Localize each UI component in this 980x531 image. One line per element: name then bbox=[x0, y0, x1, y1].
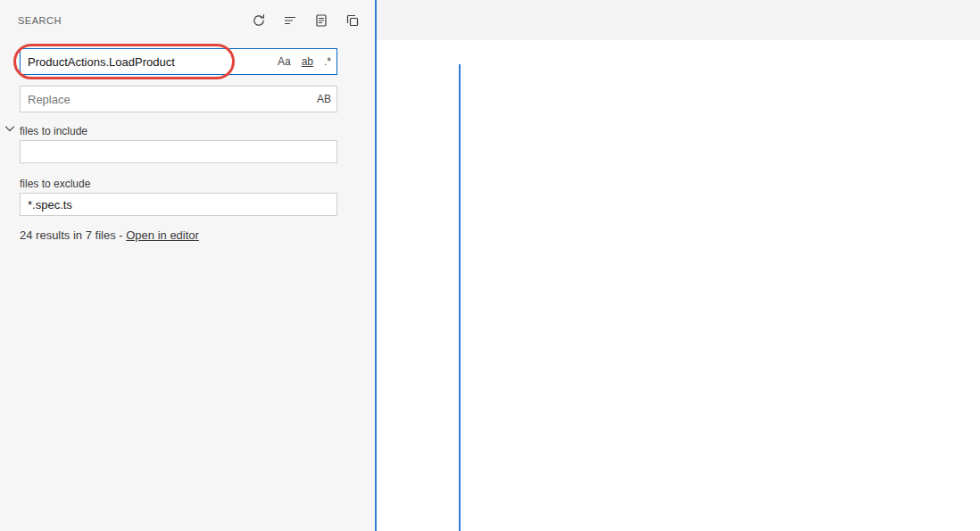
code-editor[interactable] bbox=[377, 64, 980, 531]
summary-separator: - bbox=[116, 228, 127, 242]
results-summary-text: 24 results in 7 files bbox=[20, 228, 116, 242]
replace-placeholder: Replace bbox=[28, 93, 71, 106]
files-exclude-value: *.spec.ts bbox=[28, 198, 72, 212]
search-toggles: Aaab.* bbox=[278, 49, 331, 74]
exclude-settings-icon[interactable] bbox=[316, 197, 332, 213]
replace-input[interactable]: Replace AB bbox=[20, 86, 337, 112]
search-header-actions bbox=[251, 12, 361, 29]
tab-bar bbox=[377, 0, 980, 40]
open-new-search-editor-icon[interactable] bbox=[313, 12, 329, 29]
preserve-case-icon[interactable]: AB bbox=[317, 93, 331, 105]
replace-toggles: AB bbox=[317, 87, 331, 112]
search-input[interactable]: ProductActions.LoadProduct Aaab.* bbox=[20, 48, 337, 75]
chevron-down-icon[interactable] bbox=[3, 121, 17, 136]
search-sidebar: SEARCH ProductActions.LoadProduct Aaab.*… bbox=[0, 0, 375, 531]
search-query-text: ProductActions.LoadProduct bbox=[28, 55, 175, 69]
files-exclude-label: files to exclude bbox=[20, 178, 375, 190]
regex-icon[interactable]: .* bbox=[324, 55, 331, 68]
breadcrumbs bbox=[377, 40, 980, 64]
replace-all-button[interactable] bbox=[345, 92, 361, 108]
search-panel-header: SEARCH bbox=[0, 0, 375, 30]
match-case-icon[interactable]: Aa bbox=[278, 55, 291, 68]
collapse-all-icon[interactable] bbox=[345, 12, 361, 29]
files-exclude-input[interactable]: *.spec.ts bbox=[20, 193, 337, 216]
open-in-editor-link[interactable]: Open in editor bbox=[126, 228, 199, 242]
clear-search-results-icon[interactable] bbox=[282, 12, 298, 29]
search-panel-body: ProductActions.LoadProduct Aaab.* Replac… bbox=[0, 48, 375, 242]
editor-actions bbox=[955, 0, 980, 40]
vscode-window: SEARCH ProductActions.LoadProduct Aaab.*… bbox=[0, 0, 980, 531]
active-indent-guide bbox=[459, 64, 461, 531]
sidebar-title: SEARCH bbox=[18, 15, 62, 26]
search-row: ProductActions.LoadProduct Aaab.* bbox=[20, 48, 337, 75]
editor-group bbox=[377, 0, 980, 531]
files-include-label: files to include bbox=[20, 125, 375, 137]
refresh-icon[interactable] bbox=[251, 12, 267, 29]
results-summary: 24 results in 7 files - Open in editor bbox=[20, 228, 375, 242]
replace-row: Replace AB bbox=[20, 86, 337, 112]
whole-word-icon[interactable]: ab bbox=[302, 55, 313, 68]
files-include-input[interactable] bbox=[20, 140, 337, 163]
